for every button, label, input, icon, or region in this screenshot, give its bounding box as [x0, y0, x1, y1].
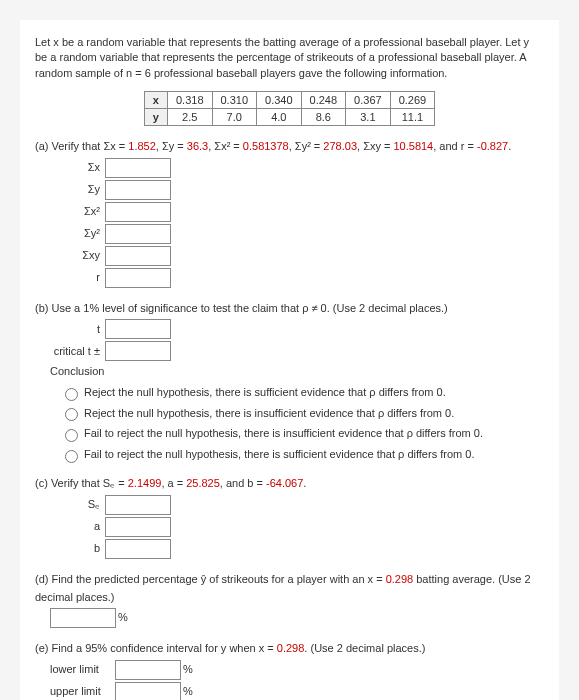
label-se: Sₑ — [50, 496, 100, 514]
input-sxy[interactable] — [105, 246, 171, 266]
a-v4: 278.03 — [323, 140, 357, 152]
input-e-ul[interactable] — [115, 682, 181, 700]
input-a[interactable] — [105, 517, 171, 537]
input-sx[interactable] — [105, 158, 171, 178]
label-b-t: t — [50, 321, 100, 339]
part-e: (e) Find a 95% confidence interval for y… — [35, 640, 544, 700]
y-0: 2.5 — [167, 109, 212, 126]
a-v6: -0.827 — [477, 140, 508, 152]
a-t7: . — [508, 140, 511, 152]
c-v3: -64.067 — [266, 477, 303, 489]
b-opt-2: Fail to reject the null hypothesis, ther… — [84, 425, 483, 443]
x-2: 0.340 — [257, 92, 302, 109]
part-c: (c) Verify that Sₑ = 2.1499, a = 25.825,… — [35, 475, 544, 559]
e-post: . (Use 2 decimal places.) — [304, 642, 425, 654]
x-0: 0.318 — [167, 92, 212, 109]
a-v2: 36.3 — [187, 140, 208, 152]
x-1: 0.310 — [212, 92, 257, 109]
e-ll-pct: % — [183, 661, 193, 679]
label-r: r — [50, 269, 100, 287]
radio-b-2[interactable] — [65, 429, 78, 442]
d-pct: % — [118, 609, 128, 627]
c-t4: . — [303, 477, 306, 489]
data-table: x 0.3180.3100.3400.2480.3670.269 y 2.57.… — [144, 91, 435, 126]
y-1: 7.0 — [212, 109, 257, 126]
input-r[interactable] — [105, 268, 171, 288]
label-sx: Σx — [50, 159, 100, 177]
a-t2: , Σy = — [156, 140, 187, 152]
a-t3: , Σx² = — [208, 140, 243, 152]
label-b-crit: critical t ± — [50, 343, 100, 361]
d-v: 0.298 — [386, 573, 414, 585]
radio-b-1[interactable] — [65, 408, 78, 421]
part-a: (a) Verify that Σx = 1.852, Σy = 36.3, Σ… — [35, 138, 544, 288]
a-t6: , and r = — [433, 140, 477, 152]
radio-b-0[interactable] — [65, 388, 78, 401]
e-v: 0.298 — [277, 642, 305, 654]
d-pre: (d) Find the predicted percentage ŷ of s… — [35, 573, 386, 585]
c-v1: 2.1499 — [128, 477, 162, 489]
b-text: (b) Use a 1% level of significance to te… — [35, 300, 544, 318]
input-sy[interactable] — [105, 180, 171, 200]
input-e-ll[interactable] — [115, 660, 181, 680]
c-pre: (c) Verify that Sₑ = — [35, 477, 128, 489]
b-opt-0: Reject the null hypothesis, there is suf… — [84, 384, 446, 402]
input-b[interactable] — [105, 539, 171, 559]
c-v2: 25.825 — [186, 477, 220, 489]
label-sx2: Σx² — [50, 203, 100, 221]
input-d[interactable] — [50, 608, 116, 628]
input-sx2[interactable] — [105, 202, 171, 222]
b-opt-3: Fail to reject the null hypothesis, ther… — [84, 446, 474, 464]
x-5: 0.269 — [390, 92, 435, 109]
y-2: 4.0 — [257, 109, 302, 126]
input-b-t[interactable] — [105, 319, 171, 339]
y-3: 8.6 — [301, 109, 346, 126]
y-5: 11.1 — [390, 109, 435, 126]
part-b: (b) Use a 1% level of significance to te… — [35, 300, 544, 464]
e-ul-pct: % — [183, 683, 193, 700]
input-b-crit[interactable] — [105, 341, 171, 361]
radio-b-3[interactable] — [65, 450, 78, 463]
a-t4: , Σy² = — [289, 140, 324, 152]
a-v1: 1.852 — [128, 140, 156, 152]
label-sxy: Σxy — [50, 247, 100, 265]
b-conclusion-label: Conclusion — [50, 363, 544, 381]
label-a: a — [50, 518, 100, 536]
c-t2: , a = — [161, 477, 186, 489]
input-se[interactable] — [105, 495, 171, 515]
b-opt-1: Reject the null hypothesis, there is ins… — [84, 405, 454, 423]
part-d: (d) Find the predicted percentage ŷ of s… — [35, 571, 544, 628]
label-sy2: Σy² — [50, 225, 100, 243]
x-3: 0.248 — [301, 92, 346, 109]
a-v3: 0.581378 — [243, 140, 289, 152]
problem-intro: Let x be a random variable that represen… — [35, 35, 544, 81]
y-4: 3.1 — [346, 109, 391, 126]
a-v5: 10.5814 — [393, 140, 433, 152]
row-x-label: x — [144, 92, 167, 109]
label-e-ll: lower limit — [50, 661, 110, 679]
label-e-ul: upper limit — [50, 683, 110, 700]
a-text: (a) Verify that Σx = — [35, 140, 128, 152]
label-b: b — [50, 540, 100, 558]
e-pre: (e) Find a 95% confidence interval for y… — [35, 642, 277, 654]
x-4: 0.367 — [346, 92, 391, 109]
input-sy2[interactable] — [105, 224, 171, 244]
label-sy: Σy — [50, 181, 100, 199]
row-y-label: y — [144, 109, 167, 126]
a-t5: , Σxy = — [357, 140, 393, 152]
c-t3: , and b = — [220, 477, 266, 489]
